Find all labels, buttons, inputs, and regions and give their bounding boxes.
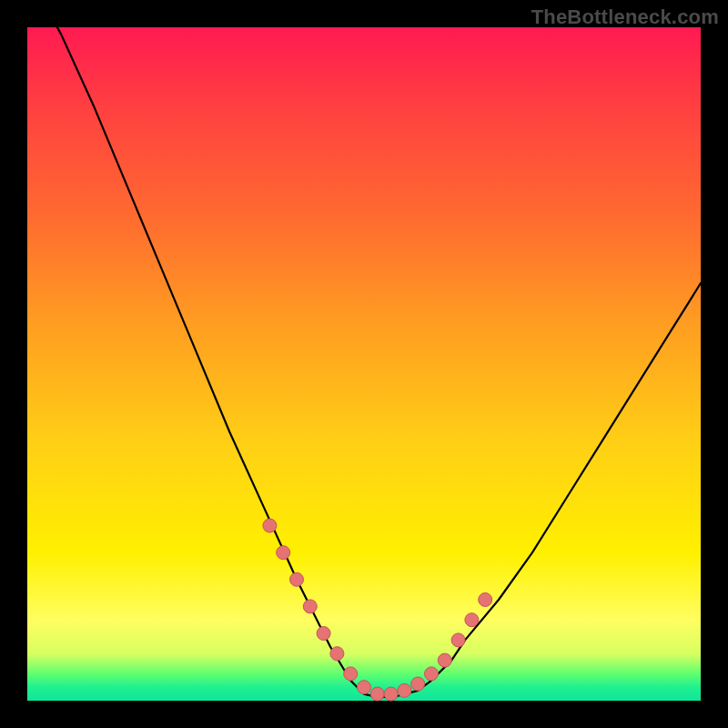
curve-marker <box>344 667 358 681</box>
curve-marker <box>411 677 425 691</box>
curve-marker <box>398 683 411 697</box>
curve-marker <box>425 667 439 681</box>
curve-marker <box>317 627 330 641</box>
curve-marker <box>465 613 479 627</box>
curve-marker <box>277 546 290 560</box>
plot-area <box>27 27 701 701</box>
curve-marker <box>479 593 492 607</box>
curve-layer <box>27 27 701 701</box>
curve-marker <box>358 681 371 694</box>
curve-marker <box>370 687 384 701</box>
curve-markers <box>263 519 492 701</box>
curve-marker <box>330 647 344 661</box>
curve-marker <box>303 600 317 613</box>
curve-marker <box>263 519 277 532</box>
curve-marker <box>290 572 304 586</box>
curve-marker <box>451 633 465 647</box>
chart-frame: TheBottleneck.com <box>0 0 728 728</box>
bottleneck-curve <box>27 0 701 697</box>
curve-marker <box>384 687 398 701</box>
watermark-text: TheBottleneck.com <box>531 5 719 29</box>
curve-marker <box>438 653 451 667</box>
